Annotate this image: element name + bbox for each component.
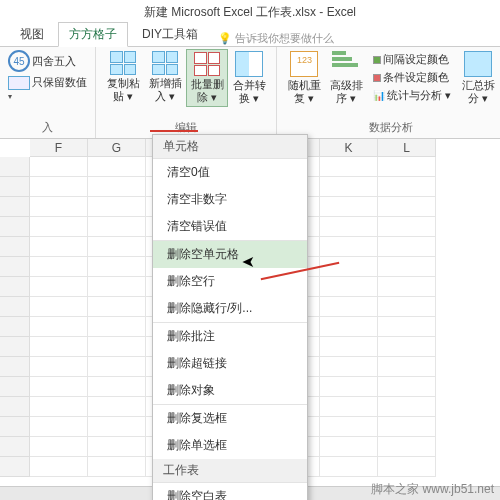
merge-convert-button[interactable]: 合并转换 ▾ (228, 49, 270, 107)
cell[interactable] (320, 177, 378, 197)
cell[interactable] (30, 257, 88, 277)
keep-value-item[interactable]: 只保留数值 (6, 74, 89, 91)
cell[interactable] (30, 317, 88, 337)
menu-delete-hyperlinks[interactable]: 删除超链接 (153, 350, 307, 377)
cell[interactable] (88, 217, 146, 237)
cell[interactable] (378, 337, 436, 357)
cell[interactable] (88, 237, 146, 257)
menu-delete-empty-sheets[interactable]: 删除空白表 (153, 483, 307, 500)
menu-clear-errors[interactable]: 清空错误值 (153, 213, 307, 240)
interval-color-item[interactable]: 间隔设定颜色 (371, 51, 453, 68)
cell[interactable] (378, 377, 436, 397)
cell[interactable] (378, 437, 436, 457)
cell[interactable] (378, 357, 436, 377)
cell[interactable] (378, 417, 436, 437)
menu-delete-hidden[interactable]: 删除隐藏行/列... (153, 295, 307, 322)
cell[interactable] (30, 357, 88, 377)
row-header[interactable] (0, 317, 30, 337)
cell[interactable] (30, 377, 88, 397)
cell[interactable] (378, 157, 436, 177)
row-header[interactable] (0, 177, 30, 197)
cell[interactable] (378, 397, 436, 417)
cell[interactable] (88, 397, 146, 417)
row-header[interactable] (0, 297, 30, 317)
row-header[interactable] (0, 337, 30, 357)
row-header[interactable] (0, 217, 30, 237)
cell[interactable] (88, 157, 146, 177)
col-header[interactable]: K (320, 139, 378, 157)
random-repeat-button[interactable]: 123 随机重复 ▾ (283, 49, 325, 107)
cell[interactable] (30, 237, 88, 257)
cell[interactable] (378, 197, 436, 217)
cell[interactable] (320, 197, 378, 217)
cell[interactable] (320, 417, 378, 437)
rounding-item[interactable]: 45四舍五入 (6, 49, 78, 73)
cell[interactable] (320, 437, 378, 457)
cell[interactable] (30, 337, 88, 357)
cell[interactable] (378, 237, 436, 257)
tell-me[interactable]: 💡 告诉我你想要做什么 (218, 31, 334, 46)
batch-delete-button[interactable]: 批量删除 ▾ (186, 49, 228, 107)
cell[interactable] (378, 297, 436, 317)
cell[interactable] (30, 437, 88, 457)
cell[interactable] (378, 217, 436, 237)
cell[interactable] (320, 297, 378, 317)
menu-delete-objects[interactable]: 删除对象 (153, 377, 307, 404)
dropdown-arrow[interactable]: ▾ (6, 92, 14, 103)
row-header[interactable] (0, 437, 30, 457)
tab-diy-toolbox[interactable]: DIY工具箱 (132, 23, 208, 46)
cell[interactable] (378, 177, 436, 197)
cell[interactable] (30, 297, 88, 317)
cell[interactable] (30, 177, 88, 197)
copy-paste-button[interactable]: 复制粘贴 ▾ (102, 49, 144, 107)
condition-color-item[interactable]: 条件设定颜色 (371, 69, 453, 86)
row-header[interactable] (0, 197, 30, 217)
cell[interactable] (88, 197, 146, 217)
summary-split-button[interactable]: 汇总拆分 ▾ (457, 49, 499, 107)
menu-delete-radios[interactable]: 删除单选框 (153, 432, 307, 459)
cell[interactable] (30, 417, 88, 437)
cell[interactable] (88, 357, 146, 377)
cell[interactable] (88, 437, 146, 457)
row-header[interactable] (0, 237, 30, 257)
row-header[interactable] (0, 257, 30, 277)
tab-view[interactable]: 视图 (10, 23, 54, 46)
menu-delete-comments[interactable]: 删除批注 (153, 323, 307, 350)
cell[interactable] (88, 317, 146, 337)
row-header[interactable] (0, 157, 30, 177)
cell[interactable] (320, 317, 378, 337)
menu-delete-empty-rows[interactable]: 删除空行 (153, 268, 307, 295)
menu-delete-checkboxes[interactable]: 删除复选框 (153, 405, 307, 432)
col-header[interactable]: F (30, 139, 88, 157)
menu-clear-nonnumeric[interactable]: 清空非数字 (153, 186, 307, 213)
cell[interactable] (88, 177, 146, 197)
cell[interactable] (30, 457, 88, 477)
menu-delete-empty-cells[interactable]: 删除空单元格 (153, 241, 307, 268)
cell[interactable] (378, 277, 436, 297)
cell[interactable] (88, 417, 146, 437)
row-header[interactable] (0, 377, 30, 397)
tab-fangfanggezhi[interactable]: 方方格子 (58, 22, 128, 47)
row-header[interactable] (0, 457, 30, 477)
cell[interactable] (320, 237, 378, 257)
cell[interactable] (30, 397, 88, 417)
insert-button[interactable]: 新增插入 ▾ (144, 49, 186, 107)
cell[interactable] (320, 357, 378, 377)
cell[interactable] (320, 337, 378, 357)
cell[interactable] (30, 217, 88, 237)
menu-clear-zero[interactable]: 清空0值 (153, 159, 307, 186)
cell[interactable] (320, 377, 378, 397)
cell[interactable] (88, 337, 146, 357)
row-header[interactable] (0, 277, 30, 297)
cell[interactable] (88, 297, 146, 317)
row-header[interactable] (0, 417, 30, 437)
cell[interactable] (88, 277, 146, 297)
cell[interactable] (320, 397, 378, 417)
cell[interactable] (320, 457, 378, 477)
cell[interactable] (320, 277, 378, 297)
row-header[interactable] (0, 397, 30, 417)
cell[interactable] (320, 157, 378, 177)
cell[interactable] (30, 277, 88, 297)
col-header[interactable]: G (88, 139, 146, 157)
cell[interactable] (30, 197, 88, 217)
